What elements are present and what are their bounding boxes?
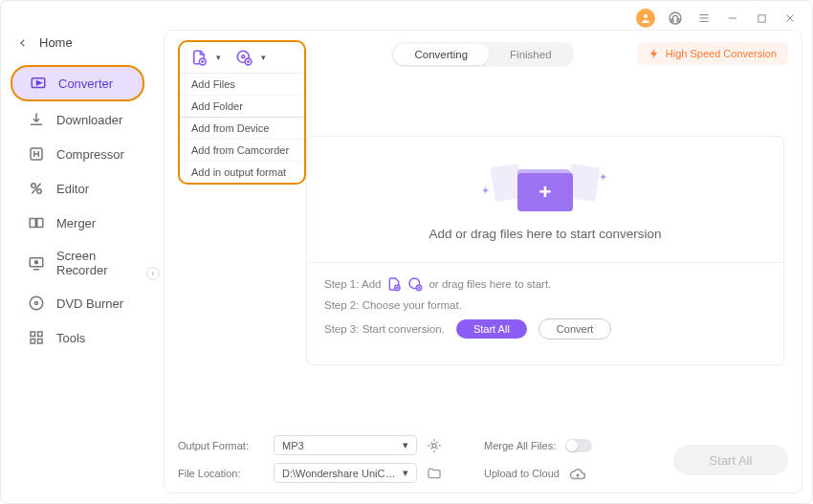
chevron-down-icon: ▾	[403, 467, 408, 479]
svg-rect-16	[30, 219, 35, 228]
sidebar-item-editor[interactable]: Editor	[11, 172, 144, 205]
sidebar-item-dvd-burner[interactable]: DVD Burner	[11, 287, 144, 319]
nav-label: DVD Burner	[56, 296, 123, 311]
tab-switch: Converting Finished	[391, 42, 574, 67]
svg-marker-12	[37, 81, 42, 85]
output-format-select[interactable]: MP3 ▾	[274, 435, 417, 455]
speed-label: High Speed Conversion	[666, 48, 777, 59]
editor-icon	[28, 180, 45, 197]
start-all-button[interactable]: Start All	[673, 445, 788, 475]
merge-toggle[interactable]	[565, 439, 592, 452]
svg-rect-8	[758, 14, 764, 21]
svg-rect-22	[31, 332, 35, 337]
tools-icon	[28, 329, 45, 346]
svg-point-21	[35, 302, 38, 305]
dropdown-item-add-output[interactable]: Add in output format	[180, 161, 304, 183]
collapse-sidebar-button[interactable]: ‹	[146, 267, 160, 280]
support-icon[interactable]	[667, 10, 684, 27]
nav-label: Tools	[56, 331, 85, 345]
svg-point-20	[30, 296, 43, 310]
plus-icon: +	[539, 180, 552, 205]
nav-label: Compressor	[56, 147, 124, 162]
main-panel: ▾ ▾ Add Files Add Folder Add from Device…	[164, 30, 802, 493]
sidebar-item-converter[interactable]: Converter	[11, 65, 144, 101]
file-location-select[interactable]: D:\Wondershare UniConverter 1 ▾	[274, 463, 417, 483]
svg-point-15	[37, 189, 42, 194]
sidebar-item-compressor[interactable]: Compressor	[11, 138, 144, 170]
svg-point-14	[32, 184, 36, 188]
svg-rect-17	[37, 219, 43, 228]
dropzone-headline: Add or drag files here to start conversi…	[324, 227, 766, 241]
drop-zone[interactable]: ✦✦ + Add or drag files here to start con…	[306, 136, 784, 365]
add-disc-icon[interactable]	[234, 48, 253, 67]
tab-converting[interactable]: Converting	[393, 44, 489, 65]
folder-illustration: ✦✦ +	[324, 164, 766, 209]
svg-point-33	[432, 444, 436, 448]
chevron-down-icon: ▾	[403, 439, 408, 451]
nav-label: Editor	[56, 182, 89, 196]
step-3: Step 3: Start conversion. Start All Conv…	[324, 318, 766, 340]
sidebar: Home Converter Downloader Compressor Edi…	[1, 1, 154, 503]
screen-recorder-icon	[28, 254, 45, 272]
add-dropdown-menu: Add Files Add Folder Add from Device Add…	[180, 73, 304, 183]
cloud-upload-icon[interactable]	[569, 466, 584, 481]
chevron-down-icon[interactable]: ▾	[261, 53, 266, 62]
sidebar-item-screen-recorder[interactable]: Screen Recorder	[11, 241, 144, 285]
tab-finished[interactable]: Finished	[489, 44, 572, 65]
file-location-label: File Location:	[178, 468, 264, 479]
convert-inline-button[interactable]: Convert	[538, 318, 612, 340]
svg-rect-25	[38, 340, 43, 344]
nav-label: Merger	[56, 216, 96, 230]
upload-label: Upload to Cloud	[484, 468, 560, 479]
lightning-icon	[648, 48, 660, 59]
minimize-icon[interactable]	[724, 10, 741, 27]
step-1: Step 1: Add or drag files here to start.	[324, 276, 766, 292]
svg-point-0	[644, 14, 648, 18]
dropdown-item-add-folder[interactable]: Add Folder	[180, 95, 304, 117]
nav-label: Downloader	[56, 113, 122, 127]
close-icon[interactable]	[781, 10, 799, 27]
nav-label: Screen Recorder	[56, 249, 127, 277]
dropdown-item-add-camcorder[interactable]: Add from Camcorder	[180, 139, 304, 161]
svg-point-28	[242, 55, 245, 58]
chevron-left-icon	[18, 38, 28, 48]
svg-rect-2	[671, 19, 673, 22]
start-all-inline-button[interactable]: Start All	[456, 319, 527, 339]
dvd-burner-icon	[28, 295, 45, 312]
chevron-down-icon[interactable]: ▾	[216, 53, 221, 62]
merger-icon	[28, 214, 45, 231]
dropdown-item-add-device[interactable]: Add from Device	[180, 117, 304, 139]
add-file-icon[interactable]	[189, 48, 209, 67]
step-2: Step 2: Choose your format.	[324, 299, 766, 311]
folder-open-icon[interactable]	[427, 466, 442, 481]
svg-rect-24	[31, 340, 35, 344]
menu-icon[interactable]	[695, 10, 713, 27]
svg-point-19	[35, 261, 38, 264]
high-speed-badge[interactable]: High Speed Conversion	[637, 42, 788, 65]
add-disc-icon	[407, 276, 423, 292]
compressor-icon	[28, 145, 45, 163]
output-format-label: Output Format:	[178, 440, 264, 451]
sidebar-item-tools[interactable]: Tools	[11, 321, 144, 354]
home-nav[interactable]: Home	[1, 28, 154, 57]
maximize-icon[interactable]	[753, 10, 770, 27]
add-toolbar-highlighted: ▾ ▾ Add Files Add Folder Add from Device…	[178, 40, 306, 185]
settings-gear-icon[interactable]	[427, 438, 442, 453]
user-avatar[interactable]	[636, 9, 655, 28]
sidebar-item-downloader[interactable]: Downloader	[11, 103, 144, 136]
add-file-icon	[386, 276, 402, 292]
converter-icon	[30, 75, 47, 92]
downloader-icon	[28, 111, 45, 128]
nav-label: Converter	[58, 77, 113, 91]
sidebar-item-merger[interactable]: Merger	[11, 207, 144, 239]
home-label: Home	[39, 35, 73, 50]
dropdown-item-add-files[interactable]: Add Files	[180, 74, 304, 95]
merge-label: Merge All Files:	[484, 440, 556, 451]
svg-rect-23	[38, 332, 43, 337]
svg-rect-3	[677, 19, 679, 22]
